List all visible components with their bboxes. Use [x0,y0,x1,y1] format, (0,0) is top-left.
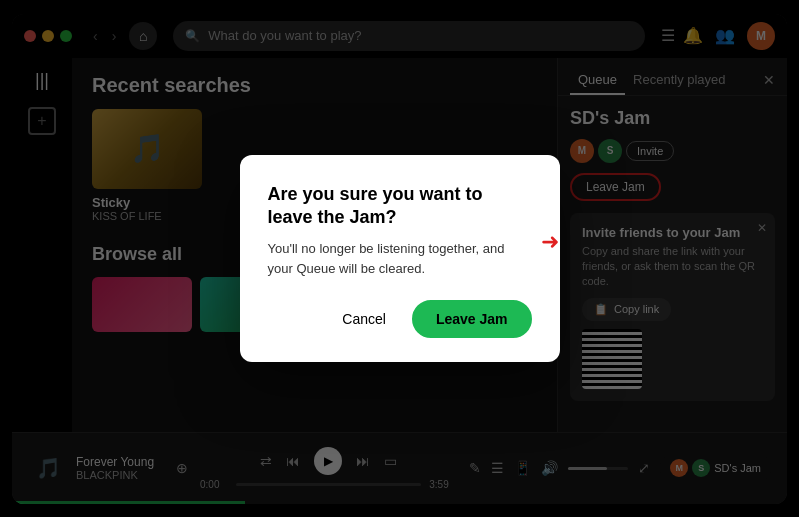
modal-description: You'll no longer be listening together, … [268,239,532,278]
modal-title: Are you sure you want to leave the Jam? [268,183,532,230]
modal-cancel-button[interactable]: Cancel [328,303,400,335]
modal-actions: Cancel Leave Jam [268,300,532,338]
app-window: ‹ › ⌂ 🔍 What do you want to play? ☰ 🔔 👥 … [12,14,787,504]
modal-dialog: Are you sure you want to leave the Jam? … [240,155,560,363]
modal-overlay[interactable]: Are you sure you want to leave the Jam? … [12,14,787,504]
modal-leave-jam-button[interactable]: Leave Jam [412,300,532,338]
